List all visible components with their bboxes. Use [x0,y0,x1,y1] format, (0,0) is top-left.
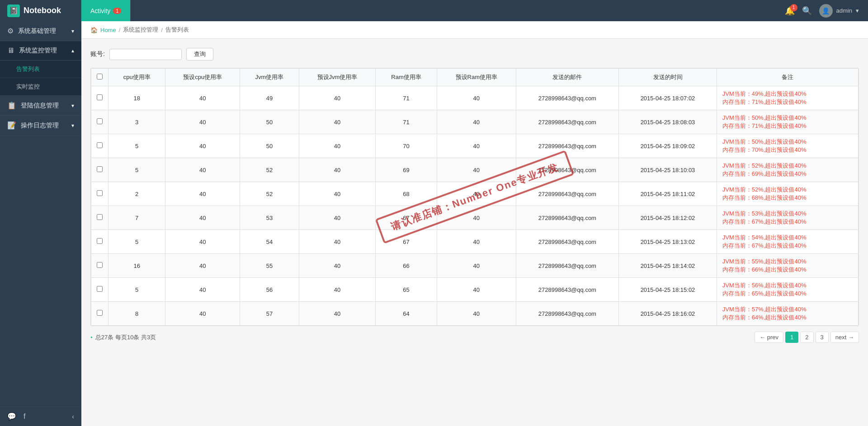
sidebar-item-login-info[interactable]: 📋 登陆信息管理 ▾ [0,96,81,116]
chevron-down-icon: ▾ [71,28,74,34]
sidebar-label-sys-basic: 系统基础管理 [18,27,56,35]
cell-preset-ram: 40 [437,206,516,230]
chat-icon[interactable]: 💬 [7,412,16,421]
cell-preset-ram: 40 [437,134,516,158]
sidebar-item-realtime[interactable]: 实时监控 [0,78,81,96]
notification-icon[interactable]: 🔔 1 [785,6,795,16]
avatar: 👤 [819,4,833,18]
cell-preset-cpu: 40 [165,182,240,206]
breadcrumb-home-link[interactable]: Home [100,27,116,33]
cell-preset-ram: 40 [437,182,516,206]
row-checkbox[interactable] [91,86,108,110]
cell-email: 2728998643@qq.com [516,134,619,158]
cell-ram: 67 [376,206,437,230]
search-button[interactable]: 查询 [186,48,213,61]
cell-remark: JVM当前：53%,超出预设值40%内存当前：67%,超出预设值40% [717,206,858,230]
login-icon: 📋 [7,101,16,110]
sidebar-item-alert-list[interactable]: 告警列表 [0,61,81,78]
cell-preset-ram: 40 [437,110,516,134]
cell-preset-ram: 40 [437,302,516,326]
row-checkbox[interactable] [91,134,108,158]
th-checkbox [91,69,108,86]
cell-time: 2015-04-25 18:16:02 [619,302,717,326]
row-checkbox[interactable] [91,230,108,254]
table-row: 5 40 52 40 69 40 2728998643@qq.com 2015-… [91,158,859,182]
cell-preset-jvm: 40 [299,158,375,182]
cell-preset-jvm: 40 [299,254,375,278]
cell-preset-cpu: 40 [165,278,240,302]
cell-ram: 69 [376,158,437,182]
topbar-tabs: Activity 1 [81,0,776,21]
cell-remark: JVM当前：49%,超出预设值40%内存当前：71%,超出预设值40% [717,86,858,110]
search-input[interactable] [109,49,182,60]
sidebar-item-op-log[interactable]: 📝 操作日志管理 ▾ [0,116,81,136]
breadcrumb: 🏠 Home / 系统监控管理 / 告警列表 [81,21,868,39]
cell-jvm: 49 [240,86,299,110]
sidebar-label-login-info: 登陆信息管理 [21,102,59,110]
search-icon[interactable]: 🔍 [802,6,812,16]
topbar-right: 🔔 1 🔍 👤 admin ▾ [776,4,868,18]
row-checkbox[interactable] [91,302,108,326]
cell-preset-ram: 40 [437,278,516,302]
page-body: 账号: 查询 请认准店铺：Number One专业开发 cpu使用率 预设cpu… [81,39,868,426]
table-row: 3 40 50 40 71 40 2728998643@qq.com 2015-… [91,110,859,134]
cell-cpu: 5 [108,134,165,158]
table-row: 5 40 54 40 67 40 2728998643@qq.com 2015-… [91,230,859,254]
cell-email: 2728998643@qq.com [516,278,619,302]
cell-cpu: 5 [108,278,165,302]
cell-preset-ram: 40 [437,230,516,254]
sidebar-bottom: 💬 f ‹ [0,406,81,426]
page-btn-1[interactable]: 1 [785,332,798,343]
pagination-info-text: 总27条 每页10条 共3页 [95,333,156,342]
cell-preset-jvm: 40 [299,206,375,230]
cell-jvm: 57 [240,302,299,326]
th-preset-jvm: 预设Jvm使用率 [299,69,375,86]
facebook-icon[interactable]: f [24,412,25,421]
sidebar-item-sys-monitor[interactable]: 🖥 系统监控管理 ▴ [0,41,81,61]
th-preset-ram: 预设Ram使用率 [437,69,516,86]
cell-preset-jvm: 40 [299,182,375,206]
tab-activity[interactable]: Activity 1 [81,0,131,21]
sidebar-item-sys-basic[interactable]: ⚙ 系统基础管理 ▾ [0,21,81,41]
search-bar: 账号: 查询 [90,48,859,61]
th-jvm: Jvm使用率 [240,69,299,86]
cell-jvm: 52 [240,182,299,206]
cell-remark: JVM当前：50%,超出预设值40%内存当前：70%,超出预设值40% [717,134,858,158]
table-row: 2 40 52 40 68 40 2728998643@qq.com 2015-… [91,182,859,206]
user-dropdown-arrow: ▾ [856,7,859,14]
row-checkbox[interactable] [91,278,108,302]
row-checkbox[interactable] [91,254,108,278]
cell-preset-cpu: 40 [165,134,240,158]
user-menu[interactable]: 👤 admin ▾ [819,4,859,18]
sidebar-collapse-icon[interactable]: ‹ [72,413,74,420]
cell-email: 2728998643@qq.com [516,254,619,278]
breadcrumb-current: 告警列表 [165,26,189,34]
cell-remark: JVM当前：55%,超出预设值40%内存当前：66%,超出预设值40% [717,254,858,278]
pagination-next[interactable]: next → [830,332,859,343]
pagination-prev[interactable]: ← prev [755,332,783,343]
page-btn-2[interactable]: 2 [800,332,813,343]
table-row: 18 40 49 40 71 40 2728998643@qq.com 2015… [91,86,859,110]
cell-cpu: 16 [108,254,165,278]
page-btn-3[interactable]: 3 [816,332,829,343]
notif-badge: 1 [790,4,797,11]
breadcrumb-sep-2: / [161,27,163,33]
row-checkbox[interactable] [91,158,108,182]
row-checkbox[interactable] [91,110,108,134]
select-all-checkbox[interactable] [97,74,103,80]
row-checkbox[interactable] [91,206,108,230]
cell-cpu: 5 [108,158,165,182]
cell-jvm: 50 [240,134,299,158]
cell-preset-ram: 40 [437,254,516,278]
gear-icon: ⚙ [7,27,14,35]
cell-ram: 71 [376,110,437,134]
cell-cpu: 18 [108,86,165,110]
search-label: 账号: [90,50,105,58]
cell-email: 2728998643@qq.com [516,158,619,182]
table-body: 18 40 49 40 71 40 2728998643@qq.com 2015… [91,86,859,326]
logo-text: Notebook [24,6,61,15]
cell-preset-cpu: 40 [165,302,240,326]
cell-remark: JVM当前：52%,超出预设值40%内存当前：69%,超出预设值40% [717,158,858,182]
row-checkbox[interactable] [91,182,108,206]
tab-activity-badge: 1 [113,8,121,14]
